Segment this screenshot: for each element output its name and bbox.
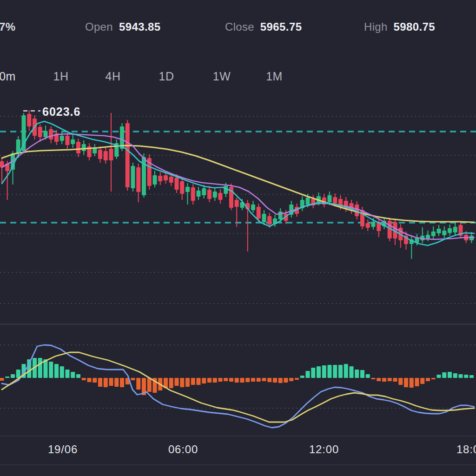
time-label-1906: 19/06 — [48, 443, 78, 456]
trading-chart-screen: 7% Open 5943.85 Close 5965.75 High 5980.… — [0, 0, 476, 476]
high-price-annotation: 6023.6 — [42, 105, 80, 118]
macd-lines — [2, 345, 474, 428]
gridlines — [0, 116, 476, 465]
macd-histogram — [0, 358, 474, 395]
time-label-1200: 12:00 — [309, 443, 339, 456]
chart-canvas[interactable]: 6023.6 — [0, 0, 476, 476]
time-label-0600: 06:00 — [168, 443, 198, 456]
candlestick-series — [0, 110, 474, 259]
dashed-level-lines — [0, 132, 476, 223]
time-label-1800: 18:00 — [456, 443, 476, 456]
